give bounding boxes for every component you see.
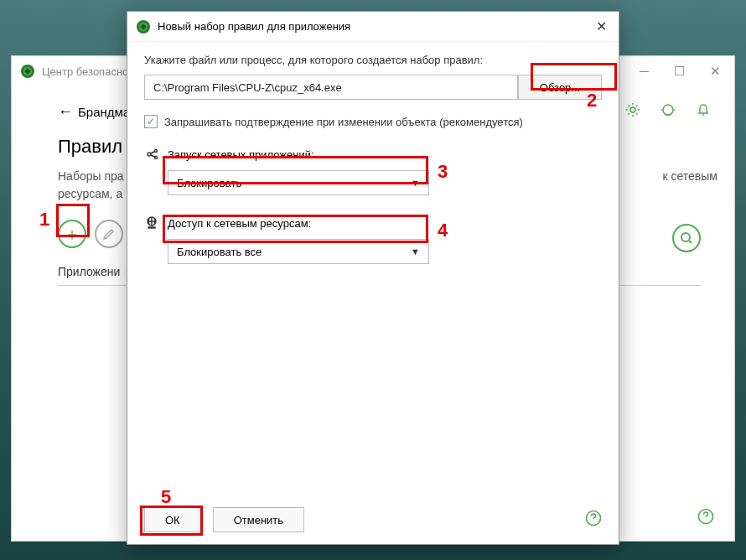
- confirm-checkbox-row[interactable]: ✓ Запрашивать подтверждение при изменени…: [144, 115, 602, 128]
- maximize-button[interactable]: ☐: [669, 64, 690, 79]
- svg-point-4: [681, 233, 690, 241]
- browse-button[interactable]: Обзор...: [518, 75, 602, 100]
- access-dropdown-value: Блокировать все: [177, 246, 262, 258]
- add-button[interactable]: ＋: [58, 220, 86, 248]
- window-controls: ─ ☐ ✕: [635, 64, 726, 79]
- file-path-input[interactable]: [144, 75, 518, 100]
- support-icon[interactable]: [661, 102, 676, 122]
- drweb-logo-icon: [136, 19, 151, 34]
- access-section-label: Доступ к сетевым ресурсам:: [144, 215, 602, 231]
- checkbox-label: Запрашивать подтверждение при изменении …: [164, 116, 523, 128]
- launch-dropdown[interactable]: Блокировать ▼: [168, 170, 429, 195]
- launch-dropdown-value: Блокировать: [177, 177, 241, 189]
- cancel-button[interactable]: Отменить: [213, 507, 304, 532]
- svg-point-3: [663, 105, 673, 115]
- bell-icon[interactable]: [696, 102, 711, 122]
- minimize-button[interactable]: ─: [635, 64, 654, 79]
- network-icon: [144, 215, 159, 231]
- dialog-titlebar: Новый набор правил для приложения ✕: [127, 12, 619, 42]
- chevron-down-icon: ▼: [411, 178, 420, 188]
- ok-button[interactable]: ОК: [144, 507, 201, 532]
- back-arrow-icon[interactable]: ←: [58, 103, 73, 121]
- close-button[interactable]: ✕: [705, 64, 726, 79]
- svg-point-8: [148, 153, 151, 156]
- search-button[interactable]: [672, 224, 701, 252]
- access-dropdown[interactable]: Блокировать все ▼: [168, 239, 429, 264]
- launch-icon: [144, 147, 159, 162]
- checkbox-icon[interactable]: ✓: [144, 115, 158, 128]
- help-icon[interactable]: [585, 510, 602, 531]
- header-icons: [625, 102, 711, 122]
- chevron-down-icon: ▼: [411, 246, 420, 257]
- svg-point-2: [630, 107, 635, 112]
- launch-section-label: Запуск сетевых приложений:: [144, 147, 602, 162]
- edit-button[interactable]: [95, 220, 123, 248]
- help-icon[interactable]: [697, 508, 714, 529]
- gear-icon[interactable]: [625, 102, 640, 122]
- dialog-title: Новый набор правил для приложения: [158, 20, 593, 33]
- file-label: Укажите файл или процесс, для которого с…: [144, 54, 602, 66]
- new-rule-dialog: Новый набор правил для приложения ✕ Укаж…: [127, 11, 619, 545]
- drweb-logo-icon: [20, 64, 35, 79]
- close-icon[interactable]: ✕: [593, 18, 610, 34]
